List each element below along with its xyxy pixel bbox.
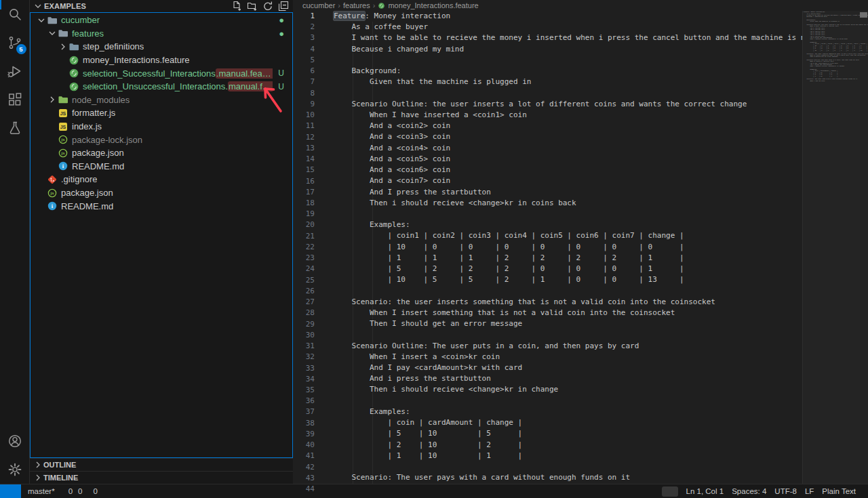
code-line: When I have inserted a <coin1> coin (334, 110, 802, 121)
code-content[interactable]: Feature: Money interaction As a coffee b… (326, 11, 802, 484)
folder-icon (58, 94, 68, 105)
main-area: 5 EXAMPLES cucumber●features●step_defini… (0, 0, 868, 484)
cursor-position[interactable]: Ln 1, Col 1 (682, 484, 728, 498)
line-number: 43 (293, 473, 315, 484)
line-number: 16 (293, 176, 315, 187)
outline-section-header[interactable]: OUTLINE (30, 458, 293, 471)
code-line (334, 285, 802, 296)
breadcrumb-item-folder[interactable]: cucumber (302, 1, 335, 9)
timeline-section-title: TIMELINE (43, 474, 78, 482)
indent-spacer (47, 108, 58, 119)
tree-item-label: README.md (72, 161, 124, 171)
chevron-down-icon (36, 15, 47, 26)
tree-item-money-interactions-feature[interactable]: money_Interactions.feature (31, 54, 292, 67)
beaker-icon (7, 120, 23, 136)
svg-text:js: js (60, 138, 65, 142)
git-branch-status[interactable]: master* (21, 484, 62, 498)
line-number: 7 (293, 77, 315, 87)
folder-icon (68, 41, 79, 52)
activity-item-source-control[interactable]: 5 (0, 28, 30, 57)
line-number: 27 (293, 297, 315, 308)
new-file-icon[interactable] (231, 1, 242, 12)
outline-section-title: OUTLINE (43, 461, 76, 469)
line-number: 26 (293, 286, 315, 297)
line-number: 37 (293, 407, 315, 417)
code-line: And i press the startbutton (334, 373, 802, 384)
activity-item-settings[interactable] (0, 455, 30, 484)
tree-item-formatter-js[interactable]: JSformatter.js (31, 106, 292, 120)
git-change-dot: ● (273, 15, 284, 25)
encoding-setting[interactable]: UTF-8 (770, 484, 801, 498)
tree-item-package-lock-json[interactable]: jspackage-lock.json (31, 133, 292, 146)
new-folder-icon[interactable] (247, 1, 258, 12)
activity-bar: 5 (0, 0, 30, 484)
code-viewport[interactable]: Feature: Money interaction As a coffee b… (326, 11, 802, 484)
problems-status[interactable]: 0 0 (62, 484, 87, 498)
timeline-section-header[interactable]: TIMELINE (30, 471, 293, 484)
chevron-down-icon (47, 28, 58, 39)
indent-spacer (47, 148, 58, 159)
tree-item-selection-unsuccessful-interactions-[interactable]: selection_Unsuccessful_Interactions.manu… (31, 80, 292, 94)
tree-item-label: cucumber (61, 15, 100, 25)
tree-item-step-definitions[interactable]: step_definitions (31, 40, 292, 54)
line-number: 10 (293, 110, 315, 121)
code-line: | 1 | 1 | 1 | 2 | 2 | 2 | 2 | 1 | (334, 253, 802, 264)
chevron-right-icon (58, 41, 68, 52)
line-number: 19 (293, 209, 315, 220)
code-line (334, 55, 802, 66)
tree-item-node-modules[interactable]: node_modules (31, 94, 292, 107)
code-line: | 1 | 10 | 1 | (334, 451, 802, 461)
folder-icon (58, 28, 68, 39)
activity-item-extensions[interactable] (0, 85, 30, 114)
tree-item-label: index.js (72, 121, 102, 131)
breadcrumb-item-folder[interactable]: features (343, 1, 370, 9)
minimap[interactable]: Feature: Money interaction As a coffee b… (802, 11, 868, 484)
extensions-icon (7, 91, 23, 108)
code-line: | 5 | 2 | 2 | 2 | 0 | 0 | 0 | 1 | (334, 264, 802, 274)
tree-item--gitignore[interactable]: .gitignore (31, 173, 292, 186)
tree-item-package-json[interactable]: jspackage.json (31, 146, 292, 160)
line-number: 29 (293, 319, 315, 330)
notifications-bell[interactable] (860, 484, 868, 498)
tree-item-readme-md[interactable]: iREADME.md (31, 160, 292, 173)
breadcrumb[interactable]: cucumber › features › money_Interactions… (293, 0, 868, 11)
refresh-icon[interactable] (262, 1, 273, 12)
tree-item-features[interactable]: features● (31, 27, 292, 41)
code-line: Given that the machine is plugged in (334, 77, 802, 87)
code-area: 1234567891011121314151617181920212223242… (293, 11, 868, 484)
activity-item-run-debug[interactable] (0, 57, 30, 85)
activity-item-accounts[interactable] (0, 427, 30, 455)
chevron-right-icon (33, 459, 43, 470)
code-line: | 10 | 5 | 5 | 2 | 1 | 0 | 0 | 13 | (334, 274, 802, 285)
ports-status[interactable]: 0 (86, 484, 101, 498)
code-line: Then i should recieve <change>kr in coin… (334, 198, 802, 209)
code-line: I want to be able to recieve the money i… (334, 33, 802, 43)
tree-item-readme-md[interactable]: iREADME.md (31, 199, 292, 213)
js-icon: JS (58, 121, 68, 132)
language-mode[interactable]: Plain Text (818, 484, 860, 498)
remote-indicator[interactable] (0, 484, 21, 498)
line-number: 34 (293, 374, 315, 385)
explorer-section-header[interactable]: EXAMPLES (30, 0, 293, 12)
code-line: | coin1 | coin2 | coin3 | coin4 | coin5 … (334, 230, 802, 241)
collapse-all-icon[interactable] (278, 1, 289, 12)
breadcrumb-item-file[interactable]: money_Interactions.feature (388, 1, 478, 9)
line-number: 1 (293, 11, 315, 22)
explorer-header-actions (231, 1, 289, 12)
code-line: And a <coin6> coin (334, 165, 802, 175)
tree-item-selection-successful-interactions[interactable]: selection_Successful_Interactions.manual… (31, 66, 292, 80)
eol-setting[interactable]: LF (801, 484, 818, 498)
zoom-status-button[interactable] (662, 486, 678, 497)
indentation-setting[interactable]: Spaces: 4 (728, 484, 770, 498)
line-number: 42 (293, 462, 315, 473)
tree-item-cucumber[interactable]: cucumber● (31, 14, 292, 27)
activity-item-testing[interactable] (0, 114, 30, 142)
code-line (334, 461, 802, 472)
code-line: Feature: Money interaction (334, 11, 802, 22)
tree-item-package-json[interactable]: jspackage.json (31, 186, 292, 200)
js-icon: JS (58, 108, 68, 119)
search-icon (7, 6, 23, 22)
activity-item-search[interactable] (0, 0, 30, 28)
scrollbar-thumb[interactable] (860, 12, 867, 18)
tree-item-index-js[interactable]: JSindex.js (31, 120, 292, 133)
